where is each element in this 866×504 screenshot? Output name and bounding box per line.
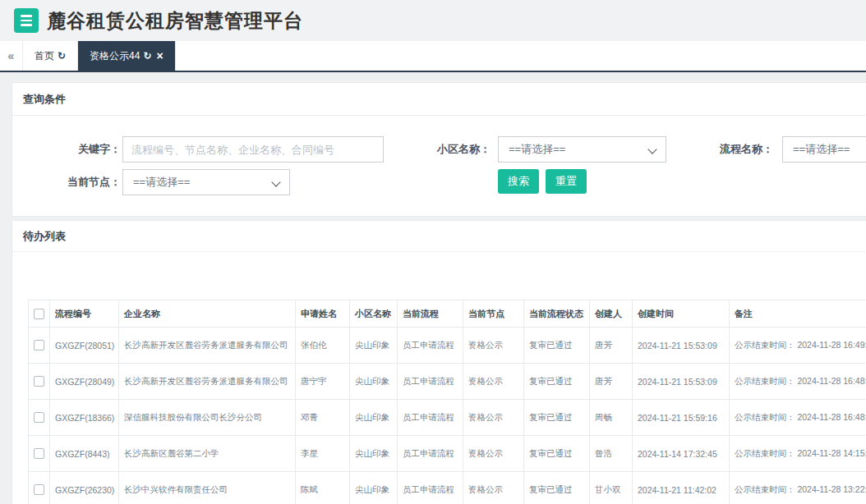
- table-cell: 公示结束时间： 2024-11-28 16:48:57: [730, 364, 866, 400]
- table-cell: 甘小双: [590, 472, 633, 504]
- table-cell: 陈斌: [296, 472, 350, 504]
- table-row: GXGZF(8443)长沙高新区麓谷第二小学李星尖山印象员工申请流程资格公示复审…: [29, 436, 866, 472]
- table-cell: 员工申请流程: [398, 328, 463, 364]
- table-cell: 资格公示: [463, 436, 524, 472]
- table-cell: 2024-11-21 15:53:09: [633, 364, 730, 400]
- refresh-icon[interactable]: ↻: [143, 50, 151, 62]
- table-header-row: 流程编号企业名称申请姓名小区名称当前流程当前节点当前流程状态创建人创建时间备注: [29, 300, 866, 328]
- table-cell: 唐芳: [590, 328, 633, 364]
- search-button[interactable]: 搜索: [498, 169, 539, 194]
- todo-panel-title: 待办列表: [12, 221, 866, 252]
- chevron-down-icon: [271, 177, 280, 186]
- table-cell: 长沙高新区麓谷第二小学: [119, 436, 296, 472]
- row-select-cell: [29, 364, 50, 400]
- table-cell: 资格公示: [463, 328, 524, 364]
- row-select-cell: [29, 328, 50, 364]
- table-cell: 尖山印象: [350, 472, 398, 504]
- select-all-cell: [29, 300, 50, 328]
- table-cell: 资格公示: [463, 400, 524, 436]
- node-select[interactable]: ==请选择==: [122, 169, 290, 195]
- table-cell: GXGZF(18366): [50, 400, 119, 436]
- table-cell: 尖山印象: [350, 328, 398, 364]
- table-cell: 2024-11-21 15:53:09: [633, 328, 730, 364]
- todo-table-wrap: 流程编号企业名称申请姓名小区名称当前流程当前节点当前流程状态创建人创建时间备注G…: [12, 252, 866, 504]
- table-cell: 员工申请流程: [398, 400, 463, 436]
- table-cell: 周畅: [590, 400, 633, 436]
- table-cell: 邓青: [296, 400, 350, 436]
- tab-qualification-label: 资格公示44: [90, 49, 140, 63]
- table-cell: 2024-11-21 15:59:16: [633, 400, 730, 436]
- table-cell: 公示结束时间： 2024-11-28 13:22:09: [730, 472, 866, 504]
- tab-qualification-publicity[interactable]: 资格公示44 ↻ ×: [78, 41, 176, 71]
- column-header: 创建人: [590, 300, 633, 328]
- table-cell: 尖山印象: [350, 400, 398, 436]
- row-select-cell: [29, 472, 50, 504]
- table-cell: 公示结束时间： 2024-11-28 16:48:51: [730, 400, 866, 436]
- process-select-value: ==请选择==: [793, 142, 850, 157]
- row-checkbox[interactable]: [34, 376, 44, 387]
- tab-home-label: 首页: [35, 49, 54, 63]
- column-header: 当前流程状态: [524, 300, 590, 328]
- column-header: 企业名称: [119, 300, 296, 328]
- community-select-value: ==请选择==: [509, 142, 565, 157]
- todo-table: 流程编号企业名称申请姓名小区名称当前流程当前节点当前流程状态创建人创建时间备注G…: [28, 300, 866, 504]
- column-header: 当前节点: [463, 300, 524, 328]
- table-cell: 复审已通过: [524, 328, 590, 364]
- row-checkbox[interactable]: [34, 412, 44, 423]
- table-cell: 复审已通过: [524, 472, 590, 504]
- row-checkbox[interactable]: [34, 340, 44, 351]
- row-checkbox[interactable]: [34, 484, 44, 495]
- table-cell: 尖山印象: [350, 364, 398, 400]
- table-row: GXGZF(18366)深信服科技股份有限公司长沙分公司邓青尖山印象员工申请流程…: [29, 400, 866, 436]
- menu-icon[interactable]: [14, 8, 39, 33]
- column-header: 小区名称: [350, 300, 398, 328]
- table-row: GXGZF(28049)长沙高新开发区麓谷劳务派遣服务有限公司唐宁宇尖山印象员工…: [29, 364, 866, 400]
- table-row: GXGZF(26230)长沙中兴软件有限责任公司陈斌尖山印象员工申请流程资格公示…: [29, 472, 866, 504]
- table-cell: 公示结束时间： 2024-11-28 16:49:13: [730, 328, 866, 364]
- table-cell: 李星: [296, 436, 350, 472]
- table-cell: 复审已通过: [524, 364, 590, 400]
- table-cell: 长沙中兴软件有限责任公司: [119, 472, 296, 504]
- query-panel: 查询条件 关键字： 小区名称： ==请选择== 流程名称： ==请选择== 当前…: [12, 82, 866, 217]
- community-select[interactable]: ==请选择==: [498, 136, 666, 163]
- table-cell: 深信服科技股份有限公司长沙分公司: [119, 400, 296, 436]
- app-header: 麓谷租赁公租房智慧管理平台: [0, 0, 866, 41]
- collapse-tabs-button[interactable]: «: [0, 41, 23, 71]
- select-all-checkbox[interactable]: [34, 309, 44, 319]
- node-select-value: ==请选择==: [133, 175, 190, 190]
- app-title: 麓谷租赁公租房智慧管理平台: [47, 8, 303, 34]
- row-select-cell: [29, 436, 50, 472]
- column-header: 流程编号: [50, 300, 119, 328]
- reset-button[interactable]: 重置: [546, 169, 587, 194]
- keyword-input[interactable]: [122, 136, 384, 163]
- query-panel-title: 查询条件: [12, 83, 866, 116]
- column-header: 备注: [730, 300, 866, 328]
- tab-home[interactable]: 首页 ↻: [23, 41, 78, 71]
- table-cell: 长沙高新开发区麓谷劳务派遣服务有限公司: [119, 328, 296, 364]
- table-cell: 员工申请流程: [398, 472, 463, 504]
- row-checkbox[interactable]: [34, 448, 44, 459]
- node-label: 当前节点：: [25, 169, 121, 195]
- table-cell: GXGZF(28051): [50, 328, 119, 364]
- refresh-icon[interactable]: ↻: [58, 50, 66, 62]
- table-cell: GXGZF(26230): [50, 472, 119, 504]
- table-cell: 唐芳: [590, 364, 633, 400]
- table-cell: 资格公示: [463, 364, 524, 400]
- close-icon[interactable]: ×: [156, 49, 163, 62]
- column-header: 创建时间: [633, 300, 730, 328]
- todo-panel: 待办列表 流程编号企业名称申请姓名小区名称当前流程当前节点当前流程状态创建人创建…: [12, 220, 866, 504]
- content-area: 查询条件 关键字： 小区名称： ==请选择== 流程名称： ==请选择== 当前…: [0, 82, 866, 504]
- table-cell: 公示结束时间： 2024-11-28 14:15:20: [730, 436, 866, 472]
- process-select[interactable]: ==请选择==: [782, 136, 866, 163]
- query-form: 关键字： 小区名称： ==请选择== 流程名称： ==请选择== 当前节点： =…: [12, 116, 866, 216]
- column-header: 申请姓名: [296, 300, 350, 328]
- keyword-label: 关键字：: [25, 136, 121, 163]
- table-cell: 复审已通过: [524, 436, 590, 472]
- table-row: GXGZF(28051)长沙高新开发区麓谷劳务派遣服务有限公司张伯伦尖山印象员工…: [29, 328, 866, 364]
- table-cell: 张伯伦: [296, 328, 350, 364]
- row-select-cell: [29, 400, 50, 436]
- table-cell: GXGZF(8443): [50, 436, 119, 472]
- chevron-down-icon: [647, 144, 656, 153]
- table-cell: GXGZF(28049): [50, 364, 119, 400]
- table-cell: 尖山印象: [350, 436, 398, 472]
